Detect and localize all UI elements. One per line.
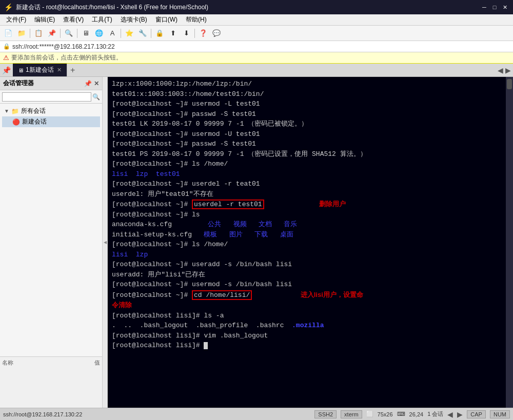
terminal-scrollbar[interactable] [506,77,513,408]
toolbar-lock[interactable]: 🔒 [153,28,166,39]
cursor-prompt: [root@localhost lisi]# [112,342,204,349]
maximize-button[interactable]: □ [490,3,499,11]
sidebar-header-icons: 📌 ✕ [84,80,99,87]
title-bar: ⚡ 新建会话 - root@localhost:/home/lisi - Xsh… [0,0,513,14]
sidebar-col-value: 值 [94,359,100,367]
toolbar: 📄 📁 📋 📌 🔍 🖥 🌐 A ⭐ 🔧 🔒 ⬆ ⬇ ❓ 💬 [0,26,513,41]
close-button[interactable]: ✕ [501,3,509,11]
toolbar-upload[interactable]: ⬆ [167,28,179,39]
terminal-line-4: test01 LK 2019-08-17 0 99999 7 -1 （密码已被锁… [112,119,502,129]
toolbar-settings[interactable]: 🔧 [136,28,149,39]
menu-edit[interactable]: 编辑(E) [30,14,59,25]
toolbar-open[interactable]: 📁 [15,28,28,39]
toolbar-help[interactable]: ❓ [197,28,209,39]
terminal-line-3: [root@localhost ~]# passwd -S test01 [112,109,502,119]
toolbar-paste[interactable]: 📌 [46,28,58,39]
toolbar-sep-6 [194,29,195,38]
tab-session-icon: 🖥 [18,67,24,73]
sidebar-tree: ▼ 📁 所有会话 🔴 新建会话 [0,104,102,356]
toolbar-font[interactable]: A [106,28,119,39]
status-protocol: SSH2 [314,410,337,418]
terminal-line-7: test01 PS 2019-08-17 0 99999 7 -1 （密码已设置… [112,149,502,159]
sidebar-pin-icon[interactable]: 📌 [84,80,92,87]
toolbar-search[interactable]: 🔍 [63,28,75,39]
terminal-line-23: . .. .bash_logout .bash_profile .bashrc … [112,321,502,331]
tab-label: 1新建会话 [26,66,54,74]
scrollbar-thumb[interactable] [507,79,512,89]
terminal-line-0: lzp:x:1000:1000:lzp:/home/lzp:/bin/ [112,79,502,89]
menu-bar: 文件(F) 编辑(E) 查看(V) 工具(T) 选项卡(B) 窗口(W) 帮助(… [0,14,513,26]
address-text[interactable]: ssh://root:******@192.168.217.130:22 [12,43,510,50]
search-icon: 🔍 [92,93,100,101]
info-bar: ⚠ 要添加当前会话，点击左侧的箭头按钮。 [0,52,513,64]
menu-tabs[interactable]: 选项卡(B) [116,14,151,25]
toolbar-connect[interactable]: 🖥 [80,28,92,39]
side-panel-collapse[interactable]: ◀ [103,77,108,408]
sidebar-search-input[interactable] [2,92,91,102]
menu-tools[interactable]: 工具(T) [88,14,116,25]
highlight-userdel: userdel -r test01 [192,199,264,209]
menu-file[interactable]: 文件(F) [2,14,30,25]
terminal-line-14: anaconda-ks.cfg 公共 视频 文档 音乐 [112,219,502,230]
terminal-line-17: lisi lzp [112,250,502,260]
terminal-line-24: [root@localhost lisi]# vim .bash_logout [112,331,502,341]
toolbar-download[interactable]: ⬇ [180,28,192,39]
status-num: NUM [490,410,510,418]
status-cap: CAP [467,410,486,418]
status-nav-next[interactable]: ▶ [457,410,463,418]
terminal-line-2: [root@localhost ~]# usermod -L test01 [112,99,502,109]
toolbar-sep-2 [60,29,61,38]
status-size: 75x26 [378,411,393,417]
terminal-content[interactable]: lzp:x:1000:1000:lzp:/home/lzp:/bin/test0… [108,77,506,408]
terminal-line-18: [root@localhost ~]# useradd -s /bin/bash… [112,259,502,270]
tree-item-new-session[interactable]: 🔴 新建会话 [2,116,100,127]
sidebar-col-name: 名称 [2,359,13,367]
menu-window[interactable]: 窗口(W) [151,14,182,25]
status-nav-prev[interactable]: ◀ [447,410,453,418]
highlight-cd: cd /home/lisi/ [192,290,252,300]
status-left: ssh://root@192.168.217.130:22 [3,411,82,417]
menu-help[interactable]: 帮助(H) [182,14,211,25]
terminal-line-25: [root@localhost lisi]# [112,341,502,351]
sidebar-title: 会话管理器 [3,79,34,88]
session-icon: 🔴 [12,118,20,126]
toolbar-new-session[interactable]: 📄 [2,28,14,39]
sidebar-close-icon[interactable]: ✕ [94,80,99,87]
sidebar-bottom-header: 名称 值 [2,359,100,367]
tree-label-all-sessions: 所有会话 [21,107,46,115]
terminal-line-8: [root@localhost ~]# ls /home/ [112,159,502,169]
tree-item-all-sessions[interactable]: ▼ 📁 所有会话 [2,106,100,116]
menu-view[interactable]: 查看(V) [59,14,88,25]
toolbar-favorites[interactable]: ⭐ [123,28,135,39]
minimize-button[interactable]: ─ [480,3,488,11]
tab-pin-icon: 📌 [0,64,13,76]
title-bar-controls[interactable]: ─ □ ✕ [480,3,509,11]
status-cursor: 26,24 [409,411,424,417]
tab-nav-next[interactable]: ▶ [505,66,511,74]
tab-add-button[interactable]: + [67,64,78,76]
status-terminal: xterm [341,410,362,418]
term-wrapper: lzp:x:1000:1000:lzp:/home/lzp:/bin/test0… [108,77,513,408]
tab-close-button[interactable]: ✕ [57,67,62,73]
status-bar: ssh://root@192.168.217.130:22 SSH2 xterm… [0,408,513,420]
toolbar-sep-1 [30,29,30,38]
status-sessions: 1 会话 [427,410,443,418]
sidebar-search: 🔍 [0,90,102,104]
status-connection: ssh://root@192.168.217.130:22 [3,411,82,417]
info-text: 要添加当前会话，点击左侧的箭头按钮。 [11,53,122,62]
tab-bar-right: ◀ ▶ [496,64,513,76]
tab-bar: 📌 🖥 1新建会话 ✕ + ◀ ▶ [0,64,513,77]
toolbar-chat[interactable]: 💬 [210,28,223,39]
tab-nav-prev[interactable]: ◀ [498,66,503,74]
terminal-line-11: userdel: 用户"teat01"不存在 [112,189,502,199]
status-size-icon: ⬜ [366,411,373,417]
terminal-line-22: [root@localhost lisi]# ls -a [112,311,502,321]
terminal-line-21: [root@localhost ~]# cd /home/lisi/ 进入lis… [112,290,502,311]
terminal-line-10: [root@localhost ~]# userdel -r teat01 [112,179,502,189]
warning-icon: ⚠ [3,54,9,62]
tab-session-1[interactable]: 🖥 1新建会话 ✕ [13,64,67,76]
terminal-line-12: [root@localhost ~]# userdel -r test01 删除… [112,199,502,210]
toolbar-globe[interactable]: 🌐 [93,28,105,39]
lock-icon: 🔒 [3,43,10,50]
toolbar-copy[interactable]: 📋 [32,28,45,39]
